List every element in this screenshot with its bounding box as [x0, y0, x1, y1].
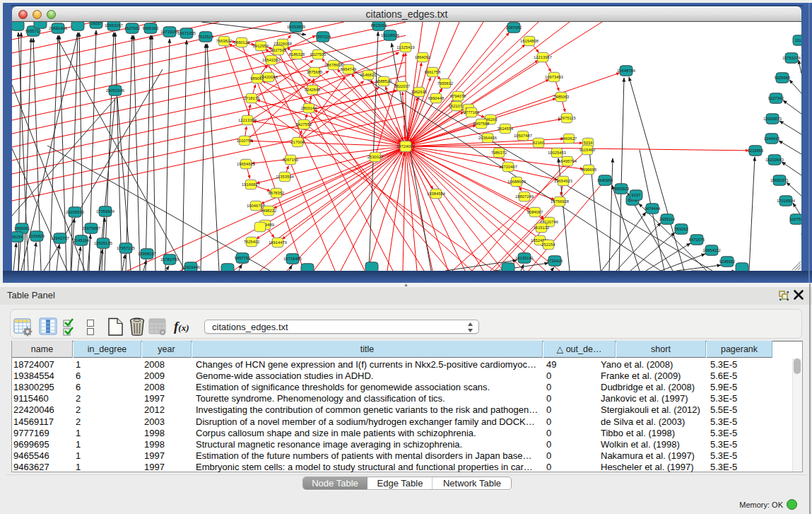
svg-text:2803144: 2803144 — [301, 106, 317, 110]
svg-text:10653267: 10653267 — [105, 23, 123, 28]
svg-text:62160: 62160 — [533, 141, 544, 145]
svg-text:18724007: 18724007 — [396, 144, 415, 148]
svg-text:8678352: 8678352 — [269, 191, 285, 195]
svg-text:19654923: 19654923 — [554, 179, 572, 183]
svg-text:17957225: 17957225 — [117, 246, 135, 250]
svg-text:7986372: 7986372 — [491, 151, 507, 155]
svg-text:18807249: 18807249 — [515, 194, 534, 199]
svg-text:16495794: 16495794 — [558, 159, 577, 163]
svg-text:10507487: 10507487 — [514, 134, 532, 138]
svg-text:9457791: 9457791 — [235, 256, 251, 260]
svg-text:1640954: 1640954 — [597, 178, 613, 182]
svg-text:1117: 1117 — [795, 38, 801, 42]
svg-text:6966160: 6966160 — [143, 26, 159, 30]
svg-text:12942757: 12942757 — [51, 236, 69, 240]
svg-text:7955812: 7955812 — [437, 81, 454, 86]
svg-text:10688609: 10688609 — [507, 180, 526, 184]
svg-text:11325419: 11325419 — [396, 45, 414, 49]
svg-text:1362615: 1362615 — [411, 90, 428, 94]
svg-text:8471676: 8471676 — [689, 238, 705, 242]
svg-text:17359924: 17359924 — [96, 209, 115, 214]
svg-text:19384554: 19384554 — [427, 192, 446, 196]
svg-text:7515524: 7515524 — [198, 35, 214, 39]
svg-text:12975115: 12975115 — [558, 116, 575, 120]
svg-text:8186328: 8186328 — [289, 52, 305, 57]
svg-text:252254: 252254 — [541, 243, 555, 247]
svg-text:1010755: 1010755 — [237, 139, 253, 143]
svg-text:1156829: 1156829 — [29, 234, 45, 238]
svg-text:783262: 783262 — [674, 227, 688, 231]
svg-text:9474444: 9474444 — [645, 206, 661, 211]
svg-text:5822037: 5822037 — [394, 84, 411, 88]
svg-text:16033809: 16033809 — [287, 25, 305, 29]
svg-text:11353594: 11353594 — [276, 175, 294, 179]
svg-text:1965061: 1965061 — [14, 226, 30, 230]
svg-text:9227342: 9227342 — [768, 96, 784, 100]
svg-text:116753: 116753 — [790, 217, 801, 221]
svg-text:1588520: 1588520 — [376, 79, 392, 83]
svg-text:23420046: 23420046 — [259, 75, 278, 79]
svg-text:1615132: 1615132 — [534, 226, 550, 230]
svg-text:16154808: 16154808 — [520, 39, 539, 43]
svg-text:9055712: 9055712 — [25, 29, 42, 33]
svg-text:17016504: 17016504 — [777, 199, 796, 203]
svg-text:16782759: 16782759 — [160, 257, 179, 262]
svg-text:20206536: 20206536 — [66, 210, 84, 214]
svg-text:3624554: 3624554 — [498, 127, 514, 131]
svg-text:16914479: 16914479 — [269, 240, 287, 245]
svg-text:15692971: 15692971 — [770, 178, 789, 182]
svg-text:15720407: 15720407 — [499, 165, 517, 169]
svg-text:1864092: 1864092 — [415, 55, 431, 59]
svg-text:9327505: 9327505 — [310, 52, 326, 57]
svg-text:10046798: 10046798 — [247, 204, 265, 208]
svg-text:16648784: 16648784 — [617, 69, 636, 73]
svg-text:3498222: 3498222 — [261, 209, 277, 213]
svg-text:13958197: 13958197 — [138, 252, 156, 256]
svg-text:12213967: 12213967 — [534, 55, 552, 59]
svg-text:19654925: 19654925 — [237, 162, 255, 166]
svg-text:16671355: 16671355 — [177, 31, 196, 35]
svg-text:3875685: 3875685 — [307, 70, 323, 74]
svg-text:2530027: 2530027 — [367, 155, 384, 159]
svg-text:8660124: 8660124 — [234, 40, 250, 45]
svg-text:1621072: 1621072 — [449, 104, 465, 108]
svg-text:6794078: 6794078 — [450, 94, 466, 98]
svg-text:16543362: 16543362 — [262, 58, 281, 62]
svg-text:8912954: 8912954 — [253, 44, 269, 48]
svg-text:19756928: 19756928 — [551, 199, 569, 204]
svg-text:19166827: 19166827 — [242, 182, 260, 187]
svg-text:9084067: 9084067 — [527, 210, 543, 214]
svg-text:19218506: 19218506 — [381, 33, 399, 37]
svg-text:2718176: 2718176 — [244, 96, 260, 100]
svg-text:10719155: 10719155 — [160, 30, 179, 34]
svg-text:15716485: 15716485 — [283, 257, 302, 261]
svg-text:1733426: 1733426 — [547, 259, 563, 263]
svg-text:8454749: 8454749 — [341, 67, 357, 71]
svg-text:10025453: 10025453 — [548, 151, 566, 155]
svg-text:5034: 5034 — [584, 141, 594, 145]
svg-text:20691406: 20691406 — [49, 26, 67, 30]
svg-text:8427552: 8427552 — [296, 122, 312, 127]
svg-text:12093873: 12093873 — [763, 117, 782, 121]
svg-text:9327503: 9327503 — [271, 48, 287, 52]
svg-text:9115460: 9115460 — [579, 148, 595, 152]
svg-text:6497568: 6497568 — [473, 122, 490, 126]
svg-text:9777169: 9777169 — [464, 110, 480, 115]
svg-text:20364436: 20364436 — [478, 136, 497, 140]
svg-text:10654112: 10654112 — [702, 248, 720, 252]
svg-text:6961758: 6961758 — [425, 70, 441, 74]
svg-text:9197: 9197 — [632, 193, 641, 197]
svg-text:8267150: 8267150 — [283, 158, 299, 162]
svg-text:9329965: 9329965 — [775, 76, 791, 80]
svg-text:9242848: 9242848 — [305, 88, 321, 92]
svg-text:217004: 217004 — [290, 140, 305, 144]
svg-text:7663822: 7663822 — [216, 39, 233, 43]
svg-text:9699695: 9699695 — [581, 168, 597, 172]
svg-text:2087682: 2087682 — [506, 25, 522, 30]
svg-text:7625402: 7625402 — [244, 240, 260, 244]
svg-text:6990448: 6990448 — [428, 96, 445, 100]
svg-text:7357224: 7357224 — [315, 35, 331, 39]
svg-text:1145194: 1145194 — [73, 238, 90, 243]
svg-text:15751074: 15751074 — [782, 56, 801, 60]
svg-text:1244415: 1244415 — [764, 136, 780, 141]
